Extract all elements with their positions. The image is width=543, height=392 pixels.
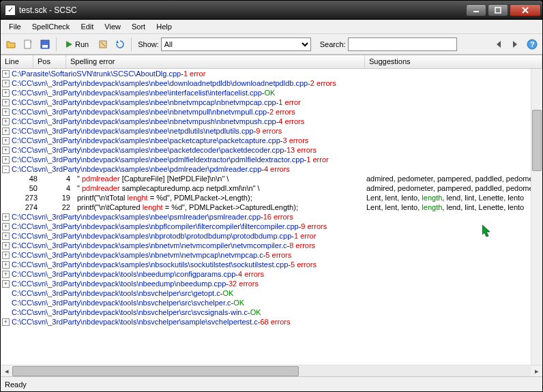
- status-text: 9 errors: [301, 222, 327, 231]
- expand-icon[interactable]: +: [2, 261, 10, 269]
- file-row[interactable]: +C:\CC\svn\_3rdParty\nbdevpack\samples\n…: [1, 222, 542, 231]
- file-row[interactable]: +C:\CC\svn\_3rdParty\nbdevpack\tools\nbe…: [1, 279, 542, 288]
- column-suggestions[interactable]: Suggestions: [365, 55, 542, 68]
- expand-icon[interactable]: +: [2, 147, 10, 154]
- columns-header: Line Pos Spelling error Suggestions: [1, 55, 542, 69]
- expand-icon[interactable]: +: [2, 280, 10, 288]
- status-text: 4 errors: [238, 269, 264, 279]
- expand-icon[interactable]: +: [2, 99, 10, 106]
- status-text: OK: [233, 298, 244, 307]
- file-row[interactable]: C:\CC\svn\_3rdParty\nbdevpack\tools\nbsv…: [1, 298, 542, 307]
- status-text: 13 errors: [287, 145, 317, 155]
- scrollbar-thumb[interactable]: [12, 366, 299, 376]
- line-number: 274: [12, 202, 44, 212]
- expand-icon[interactable]: +: [2, 242, 10, 250]
- prev-button[interactable]: [491, 37, 506, 52]
- next-button[interactable]: [508, 37, 523, 52]
- save-icon[interactable]: [38, 37, 53, 52]
- file-row[interactable]: +C:\CC\svn\_3rdParty\nbdevpack\samples\n…: [1, 155, 542, 164]
- svg-rect-7: [42, 45, 48, 48]
- expand-icon[interactable]: +: [2, 127, 10, 135]
- horizontal-scrollbar[interactable]: ◂ ▸: [1, 365, 542, 376]
- expand-icon[interactable]: +: [2, 271, 10, 278]
- file-row[interactable]: +C:\CC\svn\_3rdParty\nbdevpack\samples\n…: [1, 97, 542, 107]
- file-row[interactable]: C:\CC\svn\_3rdParty\nbdevpack\tools\nbsv…: [1, 307, 542, 317]
- vertical-scrollbar[interactable]: [531, 69, 542, 365]
- show-label: Show:: [138, 40, 159, 48]
- file-row[interactable]: +C:\CC\svn\_3rdParty\nbdevpack\tools\nbe…: [1, 269, 542, 279]
- file-row[interactable]: +C:\CC\svn\_3rdParty\nbdevpack\samples\n…: [1, 250, 542, 260]
- expand-icon[interactable]: +: [2, 80, 10, 87]
- misspelled-word: pdmlreader: [82, 175, 120, 183]
- expand-icon[interactable]: +: [2, 108, 10, 116]
- menu-file[interactable]: File: [3, 20, 27, 33]
- file-row[interactable]: +C:\CC\svn\_3rdParty\nbdevpack\samples\n…: [1, 260, 542, 269]
- run-label: Run: [75, 40, 89, 48]
- file-row[interactable]: +C:\CC\svn\_3rdParty\nbdevpack\samples\n…: [1, 145, 542, 155]
- settings-icon[interactable]: [96, 37, 111, 52]
- file-row[interactable]: +C:\CC\svn\_3rdParty\nbdevpack\samples\n…: [1, 107, 542, 117]
- open-icon[interactable]: [3, 37, 18, 52]
- expand-icon[interactable]: +: [2, 89, 10, 97]
- status-text: 1 error: [184, 69, 205, 78]
- file-row[interactable]: +C:\CC\svn\_3rdParty\nbdevpack\tools\nbs…: [1, 317, 542, 327]
- misspelled-word: pdmlreader: [82, 184, 120, 192]
- expand-icon[interactable]: +: [2, 318, 10, 326]
- expand-icon[interactable]: +: [2, 118, 10, 125]
- file-row[interactable]: +C:\CC\svn\_3rdParty\nbdevpack\samples\n…: [1, 117, 542, 126]
- file-row[interactable]: +C:\CC\svn\_3rdParty\nbdevpack\samples\n…: [1, 212, 542, 222]
- collapse-icon[interactable]: -: [2, 166, 10, 173]
- suggestions: admired, pedometer, pampered, paddled, p…: [366, 174, 541, 183]
- scrollbar-track[interactable]: [12, 366, 531, 376]
- scrollbar-thumb[interactable]: [532, 110, 542, 171]
- titlebar[interactable]: ✓ test.sck - SCSC: [1, 1, 542, 20]
- expand-icon[interactable]: +: [2, 70, 10, 78]
- file-row[interactable]: +C:\CC\svn\_3rdParty\nbdevpack\samples\n…: [1, 231, 542, 241]
- scroll-left-button[interactable]: ◂: [1, 365, 12, 377]
- new-icon[interactable]: +: [20, 37, 35, 52]
- results-list[interactable]: +C:\Parasite\SoftarioSVN\trunk\SCSC\Abou…: [1, 69, 542, 365]
- scroll-right-button[interactable]: ▸: [531, 365, 542, 377]
- status-text: Ready: [5, 380, 27, 389]
- menu-spellcheck[interactable]: SpellCheck: [27, 20, 76, 33]
- expand-icon[interactable]: +: [2, 252, 10, 259]
- status-text: 5 errors: [265, 250, 291, 260]
- column-pos[interactable]: Pos: [33, 55, 66, 68]
- menu-help[interactable]: Help: [151, 20, 177, 33]
- maximize-button[interactable]: [488, 4, 508, 16]
- menu-view[interactable]: View: [99, 20, 126, 33]
- menu-sort[interactable]: Sort: [126, 20, 151, 33]
- column-line[interactable]: Line: [1, 55, 33, 68]
- file-row[interactable]: -C:\CC\svn\_3rdParty\nbdevpack\samples\n…: [1, 164, 542, 174]
- run-button[interactable]: Run: [60, 37, 93, 52]
- file-row[interactable]: +C:\CC\svn\_3rdParty\nbdevpack\samples\n…: [1, 88, 542, 97]
- file-row[interactable]: +C:\CC\svn\_3rdParty\nbdevpack\samples\n…: [1, 136, 542, 145]
- filter-dropdown[interactable]: All: [161, 37, 311, 51]
- close-button[interactable]: [510, 4, 541, 16]
- file-row[interactable]: +C:\Parasite\SoftarioSVN\trunk\SCSC\Abou…: [1, 69, 542, 78]
- help-icon[interactable]: ?: [525, 37, 540, 52]
- search-input[interactable]: [348, 37, 457, 51]
- suggestions: Lent, lent, lento, length, lend, lint, L…: [366, 193, 541, 202]
- file-path: C:\CC\svn\_3rdParty\nbdevpack\samples\nb…: [12, 155, 304, 164]
- svg-marker-10: [116, 40, 119, 43]
- expand-icon[interactable]: +: [2, 137, 10, 145]
- refresh-icon[interactable]: [113, 37, 128, 52]
- expand-icon[interactable]: +: [2, 156, 10, 164]
- file-row[interactable]: +C:\CC\svn\_3rdParty\nbdevpack\samples\n…: [1, 241, 542, 250]
- error-detail-row[interactable]: 27319printf("\n\tTotal lenght = %d", PDM…: [1, 193, 542, 202]
- error-detail-row[interactable]: 484" pdmlreader [CaptureFile] [NetPDLFil…: [1, 174, 542, 183]
- expand-icon[interactable]: +: [2, 213, 10, 221]
- file-row[interactable]: C:\CC\svn\_3rdParty\nbdevpack\tools\nbsv…: [1, 288, 542, 298]
- app-window: ✓ test.sck - SCSC File SpellCheck Edit V…: [0, 0, 543, 392]
- column-spelling-error[interactable]: Spelling error: [66, 55, 365, 68]
- expand-icon[interactable]: +: [2, 223, 10, 230]
- file-row[interactable]: +C:\CC\svn\_3rdParty\nbdevpack\samples\n…: [1, 78, 542, 88]
- error-detail-row[interactable]: 27422printf("\n\tCaptured lenght = %d", …: [1, 202, 542, 212]
- minimize-button[interactable]: [466, 4, 486, 16]
- status-text: 32 errors: [229, 279, 259, 288]
- error-detail-row[interactable]: 504" pdmlreader samplecapturedump.acp ne…: [1, 183, 542, 193]
- expand-icon[interactable]: +: [2, 232, 10, 240]
- file-row[interactable]: +C:\CC\svn\_3rdParty\nbdevpack\samples\n…: [1, 126, 542, 136]
- menu-edit[interactable]: Edit: [75, 20, 99, 33]
